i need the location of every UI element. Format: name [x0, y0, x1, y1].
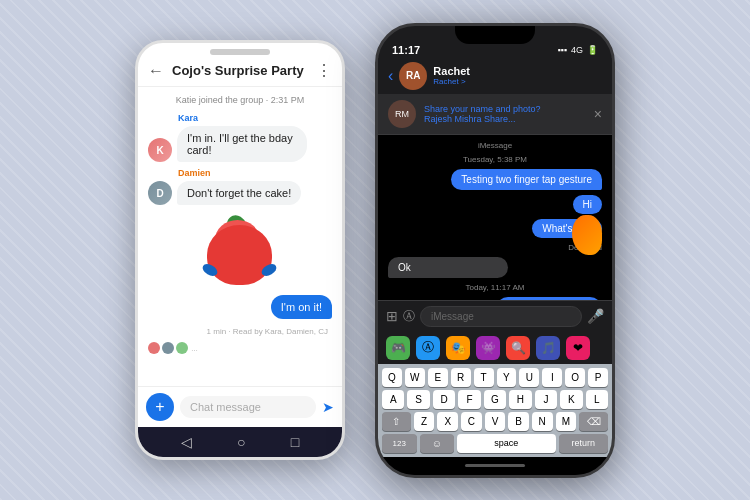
kb-l[interactable]: L: [586, 390, 608, 409]
camera-icon[interactable]: ⊞: [386, 308, 398, 324]
emoji-app-5[interactable]: 🔍: [506, 336, 530, 360]
share-text: Share your name and photo? Rajesh Mishra…: [424, 104, 586, 124]
iphone: 11:17 ▪▪▪ 4G 🔋 ‹ RA Rachet Rachet > RM S…: [375, 23, 615, 478]
android-send-button[interactable]: ➤: [322, 399, 334, 415]
android-chat-title: Cojo's Surprise Party: [172, 63, 308, 78]
share-close-icon[interactable]: ×: [594, 106, 602, 122]
kb-o[interactable]: O: [565, 368, 585, 387]
kb-p[interactable]: P: [588, 368, 608, 387]
kb-b[interactable]: B: [508, 412, 529, 431]
kb-i[interactable]: I: [542, 368, 562, 387]
sticker: [205, 215, 275, 285]
kb-d[interactable]: D: [433, 390, 455, 409]
today-label: Today, 11:17 AM: [388, 283, 602, 292]
kb-k[interactable]: K: [560, 390, 582, 409]
kb-m[interactable]: M: [556, 412, 577, 431]
share-avatar: RM: [388, 100, 416, 128]
kb-x[interactable]: X: [437, 412, 458, 431]
bubble-ok: Ok: [388, 257, 508, 278]
app-icon[interactable]: Ⓐ: [403, 308, 415, 325]
kb-return[interactable]: return: [559, 434, 608, 453]
contact-sub[interactable]: Rachet >: [433, 77, 602, 86]
kb-a[interactable]: A: [382, 390, 404, 409]
android-home-nav-icon[interactable]: ○: [237, 434, 245, 450]
microphone-icon[interactable]: 🎤: [587, 308, 604, 324]
kb-shift[interactable]: ⇧: [382, 412, 411, 431]
kb-n[interactable]: N: [532, 412, 553, 431]
bubble-nice: Have a nice day!: [496, 297, 602, 300]
kb-q[interactable]: Q: [382, 368, 402, 387]
android-more-icon[interactable]: ⋮: [316, 61, 332, 80]
android-message-input[interactable]: Chat message: [180, 396, 316, 418]
contact-name: Rachet: [433, 65, 602, 77]
bubble-nice-row: Have a nice day!: [388, 297, 602, 300]
kb-s[interactable]: S: [407, 390, 429, 409]
share-link[interactable]: Share...: [484, 114, 516, 124]
kb-f[interactable]: F: [458, 390, 480, 409]
android-back-nav-icon[interactable]: ◁: [181, 434, 192, 450]
kb-space[interactable]: space: [457, 434, 556, 453]
bubble-testing: Testing two finger tap gesture: [451, 169, 602, 190]
kb-t[interactable]: T: [474, 368, 494, 387]
kara-message-row: K I'm in. I'll get the bday card!: [148, 126, 332, 162]
read-avatar-1: [148, 342, 160, 354]
emoji-app-3[interactable]: 🎭: [446, 336, 470, 360]
sent-message-row: I'm on it!: [148, 295, 332, 319]
kb-g[interactable]: G: [484, 390, 506, 409]
damien-message-row: D Don't forget the cake!: [148, 181, 332, 205]
android-chat-area: Katie joined the group · 2:31 PM Kara K …: [138, 87, 342, 386]
damien-bubble: Don't forget the cake!: [177, 181, 301, 205]
kb-h[interactable]: H: [509, 390, 531, 409]
sticker-arm-left: [201, 262, 220, 279]
kb-y[interactable]: Y: [497, 368, 517, 387]
kb-w[interactable]: W: [405, 368, 425, 387]
share-banner: RM Share your name and photo? Rajesh Mis…: [378, 94, 612, 135]
delivered-label: Delivered: [388, 243, 602, 252]
emoji-app-row: 🎮 Ⓐ 🎭 👾 🔍 🎵 ❤: [378, 332, 612, 364]
emoji-app-2[interactable]: Ⓐ: [416, 336, 440, 360]
home-bar: [465, 464, 525, 467]
bubble-hi-whatsup: Hi: [388, 195, 602, 214]
read-avatar-3: [176, 342, 188, 354]
damien-avatar: D: [148, 181, 172, 205]
sent-bubble: I'm on it!: [271, 295, 332, 319]
android-recents-nav-icon[interactable]: □: [291, 434, 299, 450]
android-add-button[interactable]: +: [146, 393, 174, 421]
android-back-icon[interactable]: ←: [148, 62, 164, 80]
share-message: Share your name and photo?: [424, 104, 541, 114]
home-indicator: [378, 457, 612, 475]
kb-e[interactable]: E: [428, 368, 448, 387]
kb-v[interactable]: V: [485, 412, 506, 431]
android-header: ← Cojo's Surprise Party ⋮: [138, 55, 342, 87]
sticker-body: [207, 225, 272, 285]
iphone-chat-area: iMessage Tuesday, 5:38 PM Testing two fi…: [378, 135, 612, 300]
share-name: Rajesh Mishra: [424, 114, 482, 124]
kb-z[interactable]: Z: [414, 412, 435, 431]
emoji-app-6[interactable]: 🎵: [536, 336, 560, 360]
kb-row-4: 123 ☺ space return: [382, 434, 608, 453]
status-icons: ▪▪▪ 4G 🔋: [557, 45, 598, 55]
kb-j[interactable]: J: [535, 390, 557, 409]
ios-keyboard: Q W E R T Y U I O P A S D F G H J K L ⇧ …: [378, 364, 612, 457]
sticker-arm-right: [260, 262, 279, 279]
emoji-app-1[interactable]: 🎮: [386, 336, 410, 360]
kb-c[interactable]: C: [461, 412, 482, 431]
kb-numbers[interactable]: 123: [382, 434, 417, 453]
emoji-app-7[interactable]: ❤: [566, 336, 590, 360]
imessage-label: iMessage: [388, 141, 602, 150]
kb-r[interactable]: R: [451, 368, 471, 387]
imessage-input[interactable]: iMessage: [420, 306, 582, 327]
iphone-back-icon[interactable]: ‹: [388, 67, 393, 85]
bubble-hi: Hi: [573, 195, 602, 214]
android-phone: ← Cojo's Surprise Party ⋮ Katie joined t…: [135, 40, 345, 460]
emoji-app-4[interactable]: 👾: [476, 336, 500, 360]
kb-row-2: A S D F G H J K L: [382, 390, 608, 409]
imessage-date: Tuesday, 5:38 PM: [388, 155, 602, 164]
kara-sender-name: Kara: [178, 113, 332, 123]
4g-icon: 4G: [571, 45, 583, 55]
system-message: Katie joined the group · 2:31 PM: [148, 95, 332, 105]
kb-emoji[interactable]: ☺: [420, 434, 455, 453]
kb-u[interactable]: U: [519, 368, 539, 387]
kb-delete[interactable]: ⌫: [579, 412, 608, 431]
orange-blob: [572, 215, 602, 255]
